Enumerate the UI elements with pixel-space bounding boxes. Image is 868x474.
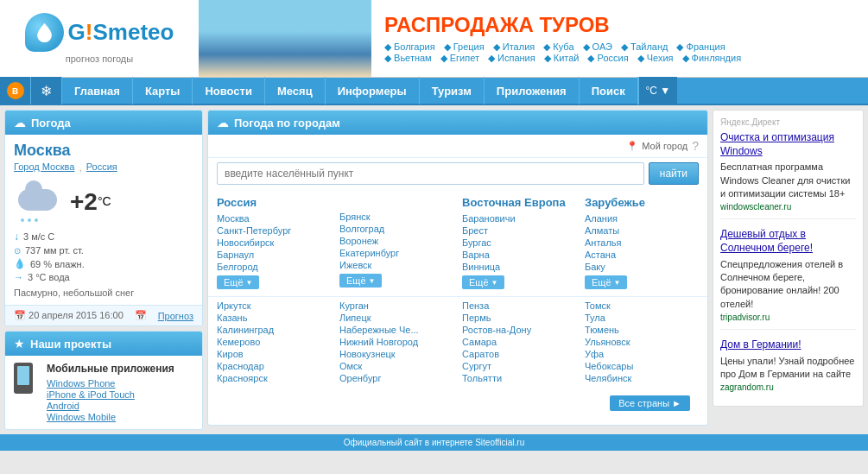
forecast-link[interactable]: Прогноз bbox=[158, 311, 193, 321]
city-search-input[interactable] bbox=[217, 162, 644, 185]
link-windows-mobile[interactable]: Windows Mobile bbox=[47, 412, 174, 422]
banner-link[interactable]: ◆ Италия bbox=[493, 41, 535, 53]
city-item[interactable]: Челябинск bbox=[585, 373, 699, 383]
city-item[interactable]: Липецк bbox=[339, 313, 453, 323]
city-item[interactable]: Брянск bbox=[339, 212, 453, 222]
city-item[interactable]: Тула bbox=[585, 313, 699, 323]
city-item[interactable]: Омск bbox=[339, 361, 453, 371]
russia-title[interactable]: Россия bbox=[217, 196, 331, 209]
city-item[interactable]: Алматы bbox=[585, 225, 699, 236]
city-item[interactable]: Винница bbox=[462, 262, 576, 272]
city-item[interactable]: Новосибирск bbox=[217, 237, 331, 248]
banner-link[interactable]: ◆ Франция bbox=[676, 41, 725, 53]
help-icon[interactable]: ? bbox=[692, 139, 699, 153]
abroad-title[interactable]: Зарубежье bbox=[585, 196, 699, 209]
nav-item-maps[interactable]: Карты bbox=[133, 77, 193, 104]
russia-more-button[interactable]: Ещё bbox=[217, 275, 259, 289]
all-cities-button[interactable]: Все страны ► bbox=[610, 395, 690, 411]
temp-value: +2 bbox=[70, 188, 98, 215]
ad-title-1[interactable]: Очистка и оптимизация Windows bbox=[720, 131, 856, 158]
city-item[interactable]: Пермь bbox=[462, 313, 576, 323]
city-item[interactable]: Уфа bbox=[585, 349, 699, 359]
link-android[interactable]: Android bbox=[47, 401, 174, 411]
nav-snowflake-icon[interactable]: ❄ bbox=[31, 77, 62, 104]
nav-item-news[interactable]: Новости bbox=[193, 77, 265, 104]
city-item[interactable]: Белгород bbox=[217, 262, 331, 272]
city-item[interactable]: Калининград bbox=[217, 325, 331, 335]
city-item[interactable]: Саратов bbox=[462, 349, 576, 359]
abroad-more-button[interactable]: Ещё bbox=[585, 275, 627, 289]
nav-item-informers[interactable]: Информеры bbox=[326, 77, 420, 104]
city-item[interactable]: Сургут bbox=[462, 361, 576, 371]
banner-link[interactable]: ◆ Китай bbox=[544, 53, 580, 64]
banner-link[interactable]: ◆ ОАЭ bbox=[583, 41, 612, 53]
city-item[interactable]: Томск bbox=[585, 300, 699, 311]
city-item[interactable]: Варна bbox=[462, 250, 576, 260]
ad-title-3[interactable]: Дом в Германии! bbox=[720, 338, 856, 352]
city-item[interactable]: Барановичи bbox=[462, 213, 576, 224]
city-item[interactable]: Нижний Новгород bbox=[339, 337, 453, 347]
nav-bookmark-icon[interactable]: в bbox=[0, 77, 31, 104]
banner-link[interactable]: ◆ Чехия bbox=[637, 53, 674, 64]
city-item[interactable]: Тольятти bbox=[462, 373, 576, 383]
ad-title-2[interactable]: Дешевый отдых в Солнечном береге! bbox=[720, 228, 856, 255]
east-europe-title[interactable]: Восточная Европа bbox=[462, 196, 576, 209]
banner-link[interactable]: ◆ Куба bbox=[543, 41, 573, 53]
city-item[interactable]: Санкт-Петербург bbox=[217, 225, 331, 236]
banner-link[interactable]: ◆ Болгария bbox=[384, 41, 435, 53]
city-item[interactable]: Оренбург bbox=[339, 373, 453, 383]
city-item[interactable]: Красноярск bbox=[217, 373, 331, 383]
city-item[interactable]: Чебоксары bbox=[585, 361, 699, 371]
city-item[interactable]: Астана bbox=[585, 250, 699, 260]
east-europe-more-button[interactable]: Ещё bbox=[462, 275, 504, 289]
city-item[interactable]: Ростов-на-Дону bbox=[462, 325, 576, 335]
city-item[interactable]: Воронеж bbox=[339, 236, 453, 246]
nav-item-search[interactable]: Поиск bbox=[580, 77, 638, 104]
logo[interactable]: G!Smeteo bbox=[25, 13, 174, 52]
find-button[interactable]: найти bbox=[649, 162, 699, 185]
city-item[interactable]: Баку bbox=[585, 262, 699, 272]
city-item[interactable]: Барнаул bbox=[217, 250, 331, 260]
city-item[interactable]: Самара bbox=[462, 337, 576, 347]
city-link-city[interactable]: Город Москва bbox=[14, 161, 74, 174]
russia-col2-more-button[interactable]: Ещё bbox=[339, 274, 382, 288]
banner-link[interactable]: ◆ Египет bbox=[440, 53, 479, 64]
humidity-value: 69 % влажн. bbox=[30, 259, 85, 269]
city-link-country[interactable]: Россия bbox=[86, 161, 117, 174]
city-item[interactable]: Брест bbox=[462, 225, 576, 236]
banner-link[interactable]: ◆ Вьетнам bbox=[384, 53, 432, 64]
city-item[interactable]: Ижевск bbox=[339, 260, 453, 270]
city-item[interactable]: Киров bbox=[217, 349, 331, 359]
city-item[interactable]: Волгоград bbox=[339, 224, 453, 234]
city-item[interactable]: Кемерово bbox=[217, 337, 331, 347]
banner-link[interactable]: ◆ Тайланд bbox=[621, 41, 668, 53]
nav-bar: в ❄ Главная Карты Новости Месяц Информер… bbox=[0, 78, 868, 105]
city-item[interactable]: Екатеринбург bbox=[339, 248, 453, 258]
city-item[interactable]: Москва bbox=[217, 213, 331, 224]
city-item[interactable]: Алания bbox=[585, 213, 699, 224]
banner-link[interactable]: ◆ Россия bbox=[587, 53, 628, 64]
city-item[interactable]: Тюмень bbox=[585, 325, 699, 335]
city-item[interactable]: Ульяновск bbox=[585, 337, 699, 347]
banner-link[interactable]: ◆ Греция bbox=[444, 41, 485, 53]
city-name[interactable]: Москва bbox=[14, 142, 193, 160]
banner-link[interactable]: ◆ Испания bbox=[488, 53, 535, 64]
nav-item-apps[interactable]: Приложения bbox=[485, 77, 580, 104]
nav-item-month[interactable]: Месяц bbox=[265, 77, 326, 104]
city-item[interactable]: Курган bbox=[339, 300, 453, 311]
city-item[interactable]: Краснодар bbox=[217, 361, 331, 371]
city-item[interactable]: Новокузнецк bbox=[339, 349, 453, 359]
banner-link[interactable]: ◆ Финляндия bbox=[682, 53, 742, 64]
link-windows-phone[interactable]: Windows Phone bbox=[47, 378, 174, 389]
city-item[interactable]: Казань bbox=[217, 313, 331, 323]
city-item[interactable]: Пенза bbox=[462, 300, 576, 311]
city-item[interactable]: Бургас bbox=[462, 237, 576, 248]
city-item[interactable]: Набережные Че... bbox=[339, 325, 453, 335]
nav-temp-toggle[interactable]: °C ▼ bbox=[638, 77, 677, 104]
city-item[interactable]: Анталья bbox=[585, 237, 699, 248]
nav-item-tourism[interactable]: Туризм bbox=[420, 77, 485, 104]
my-city-button[interactable]: 📍 Мой город bbox=[626, 141, 687, 152]
link-iphone[interactable]: iPhone & iPod Touch bbox=[47, 389, 174, 400]
nav-item-home[interactable]: Главная bbox=[62, 77, 133, 104]
city-item[interactable]: Иркутск bbox=[217, 300, 331, 311]
